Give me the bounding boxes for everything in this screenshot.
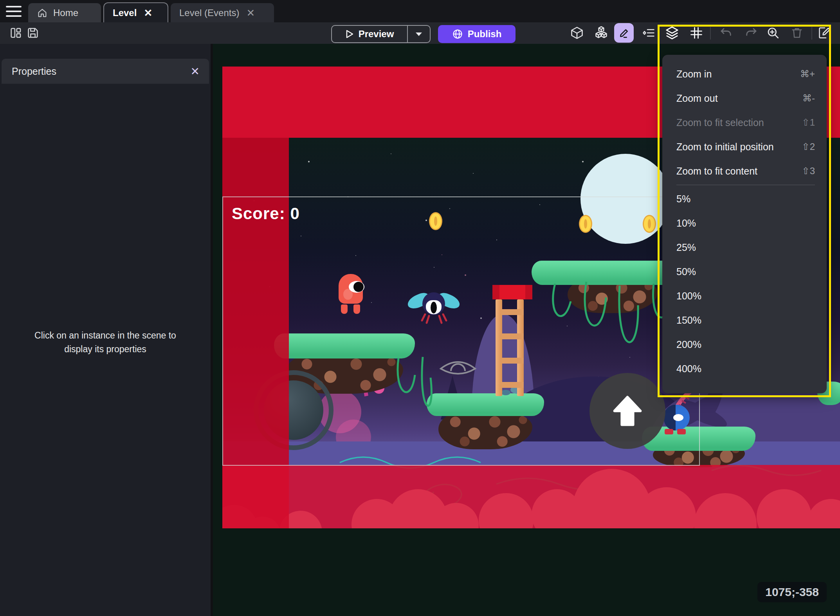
- edit-pencil-icon[interactable]: [614, 23, 634, 43]
- tab-home[interactable]: Home: [28, 3, 101, 22]
- layout-panels-icon[interactable]: [7, 24, 24, 41]
- play-icon: [345, 29, 354, 39]
- tab-label: Level: [113, 7, 137, 18]
- camera-border: [222, 196, 700, 466]
- level-bound-bottom[interactable]: [222, 465, 840, 528]
- caret-down-icon: [415, 31, 423, 37]
- prefab-cubes-icon[interactable]: [593, 24, 610, 41]
- tab-label: Level (Events): [179, 7, 239, 18]
- preview-main[interactable]: Preview: [332, 26, 407, 42]
- panel-title: Properties: [12, 66, 191, 77]
- home-icon: [37, 7, 48, 18]
- preview-label: Preview: [359, 29, 394, 40]
- tab-bar: Home Level ✕ Level (Events) ✕: [0, 0, 840, 22]
- instances-list-icon[interactable]: [640, 24, 657, 41]
- highlight-rectangle: [658, 25, 831, 397]
- publish-label: Publish: [468, 29, 502, 40]
- close-icon[interactable]: ✕: [144, 8, 152, 18]
- preview-button[interactable]: Preview: [331, 25, 431, 43]
- tab-level[interactable]: Level ✕: [103, 2, 168, 22]
- save-icon[interactable]: [24, 24, 41, 41]
- score-text[interactable]: Score: 0: [232, 204, 300, 223]
- close-icon[interactable]: ✕: [246, 8, 255, 18]
- properties-panel-header: Properties ✕: [2, 59, 209, 84]
- object-cube-icon[interactable]: [568, 24, 586, 41]
- properties-empty-message: Click on an instance in the scene to dis…: [8, 329, 203, 356]
- publish-button[interactable]: Publish: [438, 25, 516, 43]
- properties-panel: Properties ✕ Click on an instance in the…: [0, 44, 211, 616]
- panel-divider[interactable]: [211, 44, 213, 616]
- preview-options-button[interactable]: [407, 26, 430, 42]
- cursor-coordinates-badge: 1075;-358: [757, 582, 827, 602]
- hamburger-menu-icon[interactable]: [5, 5, 22, 18]
- globe-icon: [452, 29, 463, 40]
- close-icon[interactable]: ✕: [191, 65, 200, 78]
- tab-label: Home: [53, 7, 78, 18]
- tab-level-events[interactable]: Level (Events) ✕: [171, 3, 274, 22]
